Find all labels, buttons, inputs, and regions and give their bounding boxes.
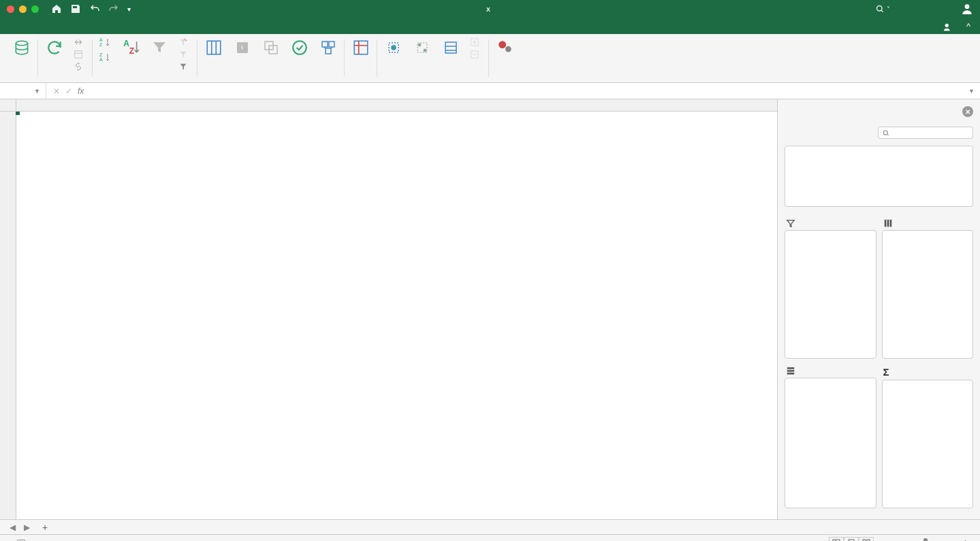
svg-rect-36	[787, 367, 795, 370]
next-sheet[interactable]: ▶	[20, 523, 34, 532]
pivottable-fields-panel: ✕ Σ	[777, 99, 980, 519]
page-break-view[interactable]	[859, 537, 874, 542]
edit-links-button[interactable]	[71, 61, 89, 72]
svg-rect-18	[322, 42, 328, 47]
svg-text:X: X	[486, 6, 490, 13]
sigma-icon: Σ	[883, 366, 889, 378]
search-sheet[interactable]: ˅	[876, 4, 954, 14]
share-button[interactable]	[936, 19, 962, 34]
filter-icon	[786, 218, 795, 228]
spreadsheet-grid[interactable]	[0, 99, 777, 519]
titlebar: ▾ X ˅	[0, 0, 980, 18]
undo-icon[interactable]	[89, 3, 100, 14]
sort-za-button[interactable]: ZA	[97, 52, 114, 63]
hide-detail-button	[467, 49, 485, 60]
get-external-data-button[interactable]	[10, 37, 34, 60]
properties-button[interactable]	[71, 49, 89, 60]
svg-rect-6	[75, 51, 82, 59]
svg-text:A: A	[99, 37, 103, 42]
svg-point-17	[293, 41, 306, 54]
sort-button[interactable]: AZ	[118, 37, 143, 60]
svg-point-31	[505, 46, 511, 52]
qat-more-icon[interactable]: ▾	[127, 5, 131, 13]
rows-area[interactable]	[785, 378, 876, 508]
minimize-window[interactable]	[19, 5, 27, 13]
svg-rect-35	[889, 220, 891, 227]
show-detail-button	[467, 37, 485, 48]
svg-point-26	[424, 49, 426, 52]
close-window[interactable]	[7, 5, 14, 13]
svg-rect-27	[445, 42, 456, 53]
text-to-columns-button[interactable]	[202, 37, 226, 60]
svg-point-4	[945, 24, 949, 27]
view-buttons	[829, 537, 874, 542]
ribbon: AZ ZA AZ	[0, 34, 980, 83]
ptf-footer	[785, 508, 973, 515]
normal-view[interactable]	[829, 537, 844, 542]
confirm-formula-icon[interactable]: ✓	[65, 86, 72, 96]
sheet-tabs: ◀ ▶ +	[0, 519, 980, 534]
page-layout-view[interactable]	[844, 537, 859, 542]
collapse-ribbon[interactable]: ^	[962, 18, 975, 34]
formula-bar: ▼ ✕ ✓ fx ▼	[0, 83, 980, 99]
data-validation-button[interactable]	[287, 37, 312, 60]
subtotal-button[interactable]	[439, 37, 463, 60]
svg-text:Z: Z	[99, 52, 103, 57]
svg-point-30	[499, 41, 506, 48]
svg-text:Z: Z	[129, 46, 134, 56]
svg-rect-34	[887, 220, 889, 227]
maximize-window[interactable]	[31, 5, 39, 13]
values-area[interactable]	[882, 380, 974, 508]
prev-sheet[interactable]: ◀	[5, 523, 20, 532]
svg-point-2	[877, 6, 883, 12]
columns-area[interactable]	[882, 230, 974, 359]
redo-icon[interactable]	[108, 3, 119, 14]
flash-fill-button	[230, 37, 255, 60]
close-icon[interactable]: ✕	[962, 106, 973, 117]
svg-rect-38	[787, 373, 795, 375]
cancel-formula-icon[interactable]: ✕	[53, 86, 60, 96]
search-fields[interactable]	[878, 127, 973, 139]
analysis-tools-button[interactable]	[493, 37, 518, 60]
svg-rect-19	[329, 42, 334, 47]
search-icon	[883, 129, 889, 137]
svg-rect-37	[787, 370, 795, 372]
connections-button[interactable]	[71, 37, 89, 48]
search-icon	[876, 5, 884, 13]
refresh-all-button[interactable]	[42, 37, 67, 60]
fx-icon[interactable]: fx	[78, 86, 84, 96]
add-sheet-button[interactable]: +	[34, 522, 56, 533]
zoom-in[interactable]: +	[963, 538, 968, 542]
share-icon	[943, 22, 953, 31]
group-button[interactable]	[381, 37, 406, 60]
ribbon-tabs: ^	[0, 18, 980, 34]
ungroup-button[interactable]	[410, 37, 434, 60]
select-all-corner[interactable]	[0, 99, 16, 111]
window-controls	[0, 5, 46, 13]
user-icon[interactable]	[961, 3, 973, 15]
sort-az-button[interactable]: AZ	[97, 37, 114, 48]
remove-duplicates-button	[259, 37, 283, 60]
name-box[interactable]: ▼	[0, 83, 46, 99]
clear-button	[176, 37, 193, 48]
expand-formula-bar[interactable]: ▼	[968, 88, 980, 95]
zoom-out[interactable]: −	[879, 538, 884, 542]
quick-access-toolbar: ▾	[46, 3, 131, 14]
consolidate-button[interactable]	[316, 37, 341, 60]
svg-text:A: A	[99, 57, 103, 62]
svg-point-5	[16, 41, 27, 46]
filters-area[interactable]	[785, 230, 876, 359]
whatif-button[interactable]	[349, 37, 373, 60]
home-icon[interactable]	[51, 3, 62, 14]
svg-point-23	[392, 46, 396, 50]
excel-icon: X	[484, 4, 493, 14]
search-input[interactable]	[893, 4, 954, 14]
filter-button[interactable]	[147, 37, 172, 60]
macro-record-icon[interactable]	[16, 538, 26, 542]
status-bar: − +	[0, 534, 980, 541]
svg-text:Z: Z	[99, 42, 103, 47]
advanced-button[interactable]	[176, 61, 193, 72]
save-icon[interactable]	[70, 3, 81, 14]
svg-point-25	[418, 44, 421, 46]
svg-rect-21	[354, 41, 368, 54]
